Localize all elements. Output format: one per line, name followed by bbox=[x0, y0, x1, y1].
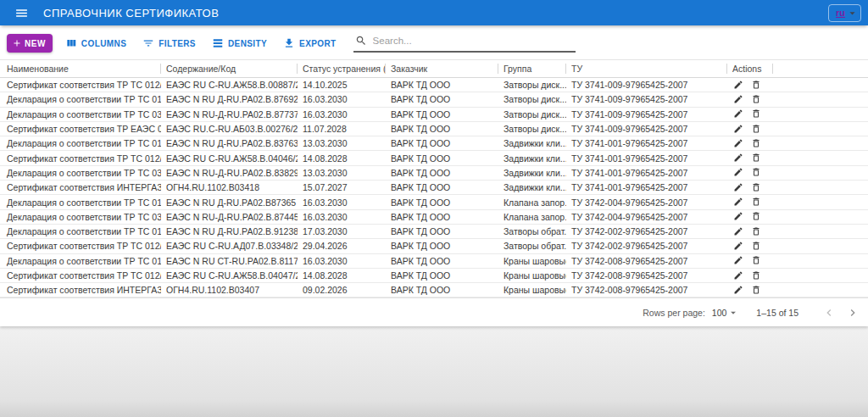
cell-filler bbox=[773, 107, 868, 121]
edit-button[interactable] bbox=[732, 152, 744, 164]
cell-name: Сертификат соответствия ИНТЕРГАЗСЕ... bbox=[0, 181, 161, 195]
edit-button[interactable] bbox=[732, 240, 744, 252]
table-row[interactable]: Декларация о соответствии ТР ТС 010/2...… bbox=[0, 195, 868, 209]
cell-actions bbox=[727, 165, 773, 180]
edit-button[interactable] bbox=[732, 93, 744, 105]
edit-button[interactable] bbox=[732, 137, 744, 149]
table-row[interactable]: Декларация о соответствии ТР ТС 010/2...… bbox=[0, 136, 868, 151]
edit-button[interactable] bbox=[732, 196, 744, 208]
delete-button[interactable] bbox=[750, 225, 762, 237]
delete-button[interactable] bbox=[750, 166, 762, 178]
table-row[interactable]: Сертификат соответствия ТР ТС 012/2011ЕА… bbox=[0, 239, 868, 253]
edit-button[interactable] bbox=[732, 284, 744, 296]
cell-tu: ТУ 3742-004-97965425-2007 bbox=[566, 195, 727, 209]
export-button[interactable]: EXPORT bbox=[280, 34, 340, 53]
table-row[interactable]: Сертификат соответствия ИНТЕРГАЗСЕ...ОГН… bbox=[0, 181, 868, 195]
edit-button[interactable] bbox=[732, 225, 744, 237]
edit-button[interactable] bbox=[732, 210, 744, 222]
cell-group: Затворы диск... bbox=[498, 107, 566, 121]
trash-icon bbox=[751, 167, 761, 177]
cell-group: Затворы диск... bbox=[498, 78, 566, 92]
column-header-name[interactable]: Наименование bbox=[0, 60, 161, 78]
table-row[interactable]: Сертификат соответствия ТР ЕАЭС 043/...Е… bbox=[0, 121, 868, 136]
delete-button[interactable] bbox=[750, 270, 762, 281]
delete-button[interactable] bbox=[750, 79, 762, 91]
delete-button[interactable] bbox=[750, 137, 762, 149]
edit-button[interactable] bbox=[732, 166, 744, 178]
pagination-range: 1–15 of 15 bbox=[756, 308, 798, 318]
rows-per-page-value: 100 bbox=[712, 308, 727, 318]
pencil-icon bbox=[733, 138, 743, 148]
table-row[interactable]: Сертификат соответствия ТР ТС 012/2011ЕА… bbox=[0, 151, 868, 165]
edit-button[interactable] bbox=[732, 108, 744, 120]
cell-filler bbox=[773, 268, 868, 282]
toolbar: NEW COLUMNS FILTERS DENSITY EXPORT bbox=[0, 25, 868, 59]
table-row[interactable]: Декларация о соответствии ТР ТС 010/2...… bbox=[0, 224, 868, 238]
table-row[interactable]: Декларация о соответствии ТР ТС 032/2...… bbox=[0, 107, 868, 121]
delete-button[interactable] bbox=[750, 123, 762, 135]
column-header-group[interactable]: Группа bbox=[498, 60, 566, 78]
trash-icon bbox=[751, 211, 761, 221]
edit-button[interactable] bbox=[732, 270, 744, 281]
cell-group: Затворы обрат... bbox=[498, 224, 566, 238]
column-header-customer[interactable]: Заказчик bbox=[386, 60, 498, 78]
cell-tu: ТУ 3741-009-97965425-2007 bbox=[566, 107, 727, 121]
columns-button[interactable]: COLUMNS bbox=[62, 34, 130, 53]
filters-button[interactable]: FILTERS bbox=[139, 34, 199, 53]
delete-button[interactable] bbox=[750, 93, 762, 105]
delete-button[interactable] bbox=[750, 108, 762, 120]
delete-button[interactable] bbox=[750, 240, 762, 252]
column-header-code[interactable]: Содержание/Код bbox=[161, 60, 298, 78]
edit-button[interactable] bbox=[732, 181, 744, 193]
menu-button[interactable] bbox=[10, 3, 32, 23]
edit-button[interactable] bbox=[732, 79, 744, 91]
cell-status: 14.08.2028 bbox=[298, 151, 386, 165]
pencil-icon bbox=[733, 80, 743, 90]
caret-down-icon bbox=[846, 7, 859, 19]
table-row[interactable]: Сертификат соответствия ТР ТС 012/2011ЕА… bbox=[0, 268, 868, 282]
delete-button[interactable] bbox=[750, 210, 762, 222]
delete-button[interactable] bbox=[750, 254, 762, 266]
language-button[interactable]: ru bbox=[828, 4, 861, 22]
cell-filler bbox=[773, 195, 868, 209]
table-row[interactable]: Декларация о соответствии ТР ТС 010/2...… bbox=[0, 253, 868, 268]
cell-code: ЕАЭС RU С-RU.АЖ58.В.04046/23 bbox=[161, 151, 298, 165]
cell-code: ЕАЭС N RU Д-RU.РА02.В.87692/25 bbox=[161, 92, 298, 107]
cell-status: 16.03.2030 bbox=[298, 195, 386, 209]
table-row[interactable]: Декларация о соответствии ТР ТС 032/2...… bbox=[0, 165, 868, 180]
edit-button[interactable] bbox=[732, 254, 744, 266]
cell-tu: ТУ 3741-001-97965425-2007 bbox=[566, 181, 727, 195]
rows-per-page-select[interactable]: 100 bbox=[712, 307, 740, 319]
cell-status: 15.07.2027 bbox=[298, 181, 386, 195]
table-row[interactable]: Декларация о соответствии ТР ТС 032/2...… bbox=[0, 209, 868, 224]
trash-icon bbox=[751, 138, 761, 148]
cell-name: Декларация о соответствии ТР ТС 010/2... bbox=[0, 92, 161, 107]
prev-page-button[interactable] bbox=[821, 304, 837, 321]
cell-group: Краны шаровые bbox=[498, 283, 566, 297]
table-row[interactable]: Декларация о соответствии ТР ТС 010/2...… bbox=[0, 92, 868, 107]
cell-code: ЕАЭС N RU Д-RU.РА02.В.83763/25 bbox=[161, 136, 298, 151]
cell-name: Сертификат соответствия ТР ТС 012/2011 bbox=[0, 268, 161, 282]
table-row[interactable]: Сертификат соответствия ТР ТС 012/2011ЕА… bbox=[0, 78, 868, 92]
column-header-tu[interactable]: ТУ bbox=[566, 60, 727, 78]
cell-group: Затворы обрат... bbox=[498, 239, 566, 253]
cell-name: Декларация о соответствии ТР ТС 010/2... bbox=[0, 136, 161, 151]
delete-button[interactable] bbox=[750, 181, 762, 193]
cell-tu: ТУ 3741-001-97965425-2007 bbox=[566, 165, 727, 180]
cell-group: Задвижки кли... bbox=[498, 181, 566, 195]
table-row[interactable]: Сертификат соответствия ИНТЕРГАЗСЕ...ОГН… bbox=[0, 283, 868, 297]
delete-button[interactable] bbox=[750, 152, 762, 164]
delete-button[interactable] bbox=[750, 196, 762, 208]
column-header-status[interactable]: Статус устранения (д... bbox=[298, 60, 386, 78]
trash-icon bbox=[751, 226, 761, 236]
new-button[interactable]: NEW bbox=[7, 34, 53, 53]
density-button[interactable]: DENSITY bbox=[209, 34, 270, 53]
delete-button[interactable] bbox=[750, 284, 762, 296]
cell-group: Затворы диск... bbox=[498, 121, 566, 136]
cell-code: ЕАЭС N RU СТ-RU.РА02.В.81179/25 bbox=[161, 253, 298, 268]
next-page-button[interactable] bbox=[844, 304, 861, 321]
pencil-icon bbox=[733, 241, 743, 251]
edit-button[interactable] bbox=[732, 123, 744, 135]
cell-actions bbox=[727, 107, 773, 121]
search-input[interactable] bbox=[373, 36, 576, 47]
